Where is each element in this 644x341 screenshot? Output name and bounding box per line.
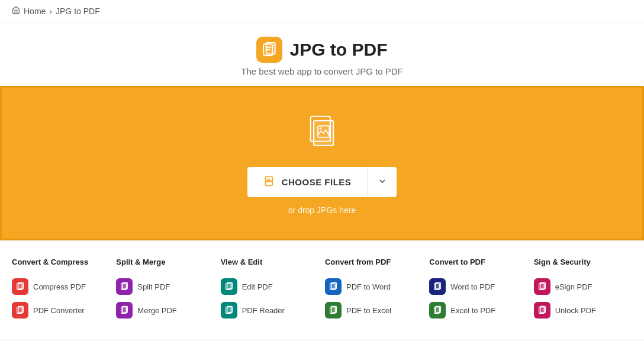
tool-item-3-0[interactable]: PDF to Word <box>325 275 423 298</box>
tools-column-header-3: Convert from PDF <box>325 258 423 266</box>
tool-icon-1-0 <box>116 278 133 295</box>
drop-hint: or drop JPGs here <box>288 205 356 215</box>
svg-rect-16 <box>123 282 128 289</box>
tools-column-header-2: View & Edit <box>221 258 319 266</box>
tools-column-5: Sign & Security eSign PDF Unlock PDF <box>534 258 632 322</box>
tools-column-header-4: Convert to PDF <box>429 258 527 266</box>
tool-icon-0-0 <box>12 278 28 295</box>
breadcrumb-home[interactable]: Home <box>24 7 46 16</box>
tool-item-1-0[interactable]: Split PDF <box>116 275 214 298</box>
breadcrumb-separator: › <box>49 7 52 16</box>
tools-column-0: Convert & Compress Compress PDF PDF Conv… <box>12 258 110 322</box>
breadcrumb-current: JPG to PDF <box>56 7 100 16</box>
tool-item-4-0[interactable]: Word to PDF <box>429 275 527 298</box>
tool-label-1-1: Merge PDF <box>137 306 176 315</box>
tools-column-header-5: Sign & Security <box>534 258 632 266</box>
tool-label-2-0: Edit PDF <box>242 282 273 291</box>
tool-item-2-1[interactable]: PDF Reader <box>221 298 319 322</box>
tool-item-4-1[interactable]: Excel to PDF <box>429 298 527 322</box>
tool-label-1-0: Split PDF <box>137 282 170 291</box>
tool-item-1-1[interactable]: Merge PDF <box>116 298 214 322</box>
tool-icon-2-0 <box>221 278 237 295</box>
dropzone[interactable]: CHOOSE FILES or drop JPGs here <box>0 86 644 240</box>
tools-column-header-0: Convert & Compress <box>12 258 110 266</box>
tool-item-3-1[interactable]: PDF to Excel <box>325 298 423 322</box>
tools-column-header-1: Split & Merge <box>116 258 214 266</box>
tool-label-3-0: PDF to Word <box>346 282 391 291</box>
tool-item-0-0[interactable]: Compress PDF <box>12 275 110 298</box>
choose-files-row[interactable]: CHOOSE FILES <box>247 167 397 197</box>
tool-label-0-0: Compress PDF <box>33 282 86 291</box>
tool-label-2-1: PDF Reader <box>242 306 285 315</box>
svg-rect-28 <box>436 282 441 289</box>
hero-subtitle: The best web app to convert JPG to PDF <box>12 66 632 76</box>
svg-point-10 <box>268 179 269 181</box>
tool-icon-2-1 <box>221 302 237 319</box>
svg-rect-20 <box>227 282 232 289</box>
svg-rect-24 <box>331 282 337 289</box>
svg-rect-14 <box>18 306 24 313</box>
tool-label-4-1: Excel to PDF <box>450 306 495 315</box>
hero-section: JPG to PDF The best web app to convert J… <box>0 22 644 86</box>
tool-item-5-0[interactable]: eSign PDF <box>534 275 632 298</box>
dropdown-button[interactable] <box>368 167 397 197</box>
tools-column-4: Convert to PDF Word to PDF Excel to PDF <box>429 258 527 322</box>
svg-rect-1 <box>266 43 275 54</box>
tool-icon-0-1 <box>12 302 28 319</box>
svg-rect-34 <box>540 306 545 313</box>
page-title: JPG to PDF <box>289 40 387 60</box>
home-icon <box>12 6 20 16</box>
svg-rect-26 <box>331 306 337 313</box>
hero-title-row: JPG to PDF <box>12 37 632 63</box>
svg-rect-22 <box>227 306 232 313</box>
tool-icon-4-0 <box>429 278 446 295</box>
svg-point-7 <box>320 127 322 130</box>
tool-item-2-0[interactable]: Edit PDF <box>221 275 319 298</box>
tools-column-2: View & Edit Edit PDF PDF Reader <box>221 258 319 322</box>
tool-icon-3-1 <box>325 302 342 319</box>
svg-rect-12 <box>18 282 24 289</box>
tool-label-5-1: Unlock PDF <box>555 306 596 315</box>
breadcrumb: Home › JPG to PDF <box>0 0 644 22</box>
tools-grid: Convert & Compress Compress PDF PDF Conv… <box>12 258 632 322</box>
tool-icon-3-0 <box>325 278 342 295</box>
tool-label-4-0: Word to PDF <box>450 282 495 291</box>
tools-column-1: Split & Merge Split PDF Merge PDF <box>116 258 214 322</box>
tool-icon-5-1 <box>534 302 550 319</box>
svg-rect-30 <box>436 306 441 313</box>
app-icon <box>256 37 282 63</box>
upload-icon <box>264 175 276 189</box>
tool-label-5-0: eSign PDF <box>555 282 593 291</box>
tool-icon-1-1 <box>116 302 133 319</box>
choose-files-label: CHOOSE FILES <box>282 177 352 187</box>
chevron-down-icon <box>378 176 387 188</box>
tool-icon-5-0 <box>534 278 550 295</box>
choose-files-button[interactable]: CHOOSE FILES <box>247 167 368 197</box>
file-image-icon <box>301 111 343 155</box>
tool-label-3-1: PDF to Excel <box>346 306 391 315</box>
tool-item-5-1[interactable]: Unlock PDF <box>534 298 632 322</box>
svg-rect-32 <box>540 282 545 289</box>
tools-section: Convert & Compress Compress PDF PDF Conv… <box>0 240 644 339</box>
svg-rect-18 <box>123 306 128 313</box>
tools-column-3: Convert from PDF PDF to Word PDF to Exce… <box>325 258 423 322</box>
tool-item-0-1[interactable]: PDF Converter <box>12 298 110 322</box>
tool-label-0-1: PDF Converter <box>33 306 85 315</box>
tool-icon-4-1 <box>429 302 446 319</box>
